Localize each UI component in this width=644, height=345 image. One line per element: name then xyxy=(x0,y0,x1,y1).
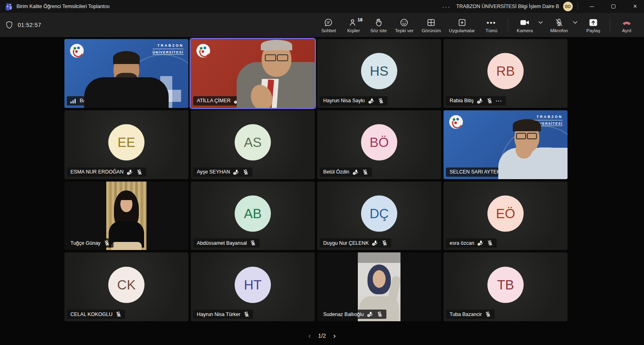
maximize-button[interactable] xyxy=(605,0,622,13)
mic-attention-icon: ! xyxy=(368,98,375,104)
toolbar-kisiler-button[interactable]: 18Kişiler xyxy=(342,17,365,34)
share-icon xyxy=(588,18,598,27)
toolbar-uygulamalar-label: Uygulamalar xyxy=(449,28,475,33)
toolbar-ayril-button[interactable]: Ayrıl xyxy=(615,17,638,34)
avatar: RB xyxy=(487,53,524,89)
participant-tile[interactable]: DÇDuygu Nur ÇELENK! xyxy=(317,182,441,250)
mic-attention-icon: ! xyxy=(233,169,239,175)
mic-muted-icon xyxy=(487,98,493,104)
toolbar-sohbet-button[interactable]: Sohbet xyxy=(317,17,340,34)
participant-tile[interactable]: Sudenaz Ballıoğlu! xyxy=(317,252,441,321)
participant-name: Sudenaz Ballıoğlu xyxy=(323,312,364,317)
mic-muted-icon xyxy=(104,240,110,246)
avatar: AB xyxy=(235,195,271,231)
participant-tile[interactable]: Tuğçe Günay xyxy=(64,182,188,250)
mic-muted-icon xyxy=(243,169,249,175)
avatar: CK xyxy=(108,266,144,303)
participant-name: Abdüssamet Bayansal xyxy=(197,240,247,246)
university-brand-text: TRABZONÜNİVERSİTESİ xyxy=(153,43,184,55)
mic-attention-icon: ! xyxy=(353,169,359,175)
participant-tile[interactable]: EEESMA NUR ERDOĞAN! xyxy=(64,110,188,179)
name-label: Hayrun Nisa Türker xyxy=(193,310,253,319)
apps-icon xyxy=(458,18,466,27)
participant-tile[interactable]: ASAyşe SEYHAN! xyxy=(191,110,315,179)
toolbar-kamera-button[interactable]: Kamera xyxy=(513,17,537,34)
toolbar-tepki-ver-label: Tepki ver xyxy=(395,28,413,33)
mic-muted-icon xyxy=(487,240,493,246)
participant-tile[interactable]: HSHayrun Nisa Saykı! xyxy=(317,39,441,108)
toolbar-soz-iste-label: Söz iste xyxy=(370,28,387,33)
account-avatar[interactable]: BD xyxy=(563,2,573,11)
participant-name: Duygu Nur ÇELENK xyxy=(323,240,369,246)
participant-tile[interactable]: ABAbdüssamet Bayansal xyxy=(191,182,315,250)
toolbar-gorunum-label: Görünüm xyxy=(421,28,441,33)
participant-tile[interactable]: CKCELAL KOKOGLU xyxy=(64,252,188,321)
mic-attention-icon: ! xyxy=(477,240,484,246)
participant-name: Ayşe SEYHAN xyxy=(197,169,230,175)
participant-tile[interactable]: EÖesra özcan! xyxy=(444,182,568,250)
toolbar-gorunum-button[interactable]: Görünüm xyxy=(418,17,444,34)
toolbar-tumu-button[interactable]: •••Tümü xyxy=(480,17,503,34)
name-label: Tuba Bazancir xyxy=(446,310,495,319)
toolbar-kamera-label: Kamera xyxy=(517,28,533,33)
meeting-title: Birim Kalite Öğrenci Temsilcileri Toplan… xyxy=(17,4,110,9)
mic-off-icon xyxy=(555,18,564,27)
name-label: esra özcan! xyxy=(446,238,497,248)
participant-name: esra özcan xyxy=(450,240,474,246)
svg-text:!: ! xyxy=(369,101,370,103)
participant-tile[interactable]: ATİLLA ÇİMER! xyxy=(191,39,315,108)
svg-text:!: ! xyxy=(368,314,369,317)
shield-icon xyxy=(6,21,13,29)
name-label: Betül Özdin! xyxy=(320,167,372,177)
minimize-button[interactable] xyxy=(583,0,601,13)
svg-text:!: ! xyxy=(354,172,355,175)
close-button[interactable]: × xyxy=(626,0,644,13)
avatar: EE xyxy=(108,124,144,161)
toolbar-tepki-ver-button[interactable]: Tepki ver xyxy=(392,17,417,34)
toolbar-soz-iste-button[interactable]: Söz iste xyxy=(367,17,390,34)
name-label: Abdüssamet Bayansal xyxy=(193,238,260,248)
svg-text:!: ! xyxy=(479,243,479,246)
mikrofon-dropdown-button[interactable] xyxy=(571,14,579,31)
participant-tile[interactable]: TBTuba Bazancir xyxy=(444,252,568,321)
chat-icon xyxy=(324,18,333,27)
previous-page-button[interactable]: ‹ xyxy=(308,332,311,339)
more-options-icon[interactable]: ··· xyxy=(496,98,502,104)
participant-tile[interactable]: HTHayrun Nisa Türker xyxy=(191,252,315,321)
mic-muted-icon xyxy=(244,311,250,317)
participant-name: Tuba Bazancir xyxy=(450,312,482,317)
participant-tile[interactable]: TRABZONÜNİVERSİTESİSELCEN SARI AYTEKİN xyxy=(444,110,568,179)
titlebar-overflow-icon[interactable]: ··· xyxy=(440,3,452,10)
minimize-icon xyxy=(590,6,594,7)
reaction-icon xyxy=(400,18,409,27)
avatar: DÇ xyxy=(361,195,397,231)
toolbar-uygulamalar-button[interactable]: Uygulamalar xyxy=(446,17,478,34)
toolbar-divider xyxy=(610,18,610,32)
name-label: Ayşe SEYHAN! xyxy=(193,167,252,177)
titlebar-divider xyxy=(578,3,578,10)
signal-icon xyxy=(70,98,76,103)
kamera-dropdown-button[interactable] xyxy=(537,14,545,31)
toolbar-mikrofon-button[interactable]: Mikrofon xyxy=(547,17,571,34)
participant-tile[interactable]: RBRabia Bitiş!··· xyxy=(444,39,568,108)
mic-attention-icon: ! xyxy=(367,311,374,317)
participant-name: SELCEN SARI AYTEKİN xyxy=(450,169,505,175)
participant-tile[interactable]: TRABZONÜNİVERSİTESİBAYRAM DÜNDAR xyxy=(64,39,188,108)
mic-muted-icon xyxy=(382,240,388,246)
avatar: AS xyxy=(235,124,271,161)
participant-tile[interactable]: BÖBetül Özdin! xyxy=(317,110,441,179)
mic-muted-icon xyxy=(362,169,368,175)
page-indicator: 1/2 xyxy=(318,333,326,339)
next-page-button[interactable]: › xyxy=(333,332,336,339)
meeting-toolbar: 01:52:57 Sohbet18KişilerSöz isteTepki ve… xyxy=(0,13,644,37)
view-icon xyxy=(427,18,436,27)
meeting-stage: TRABZONÜNİVERSİTESİBAYRAM DÜNDARATİLLA Ç… xyxy=(0,37,644,345)
name-label: Duygu Nur ÇELENK! xyxy=(320,238,391,248)
teams-icon: T xyxy=(5,2,13,10)
university-logo xyxy=(70,44,84,58)
toolbar-paylas-button[interactable]: Paylaş xyxy=(582,17,605,34)
more-icon: ••• xyxy=(487,18,496,27)
participant-name: Betül Özdin xyxy=(323,169,349,175)
chevron-down-icon xyxy=(573,21,578,24)
name-label: CELAL KOKOGLU xyxy=(67,310,125,319)
